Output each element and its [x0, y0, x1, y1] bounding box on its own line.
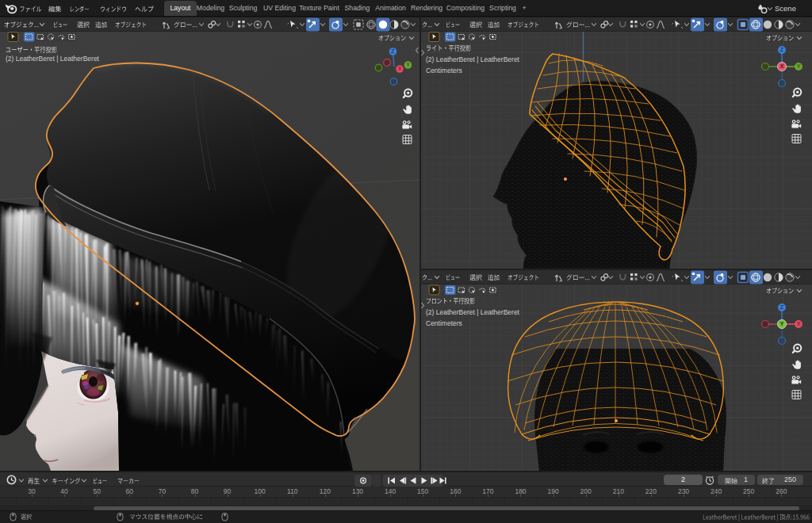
- svg-text:X: X: [797, 321, 801, 326]
- svg-text:X: X: [398, 66, 402, 71]
- svg-text:Z: Z: [780, 304, 784, 310]
- svg-text:Y: Y: [406, 62, 410, 67]
- svg-text:Y: Y: [779, 320, 783, 327]
- svg-text:Y: Y: [797, 63, 801, 69]
- svg-text:Z: Z: [391, 48, 395, 54]
- svg-text:X: X: [779, 63, 783, 70]
- svg-text:Z: Z: [780, 47, 784, 52]
